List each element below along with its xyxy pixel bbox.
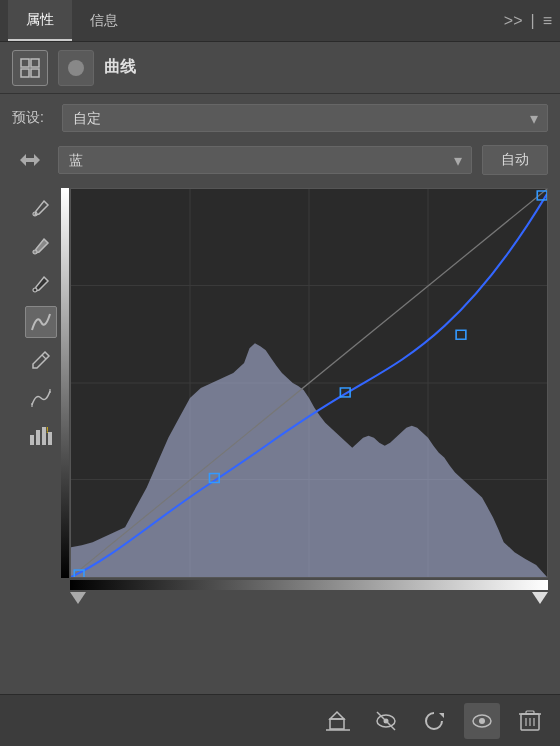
svg-rect-33 xyxy=(526,711,534,714)
black-point-slider[interactable] xyxy=(70,592,86,604)
grey-eyedropper-icon xyxy=(30,235,52,257)
svg-rect-12 xyxy=(36,430,40,445)
pencil-tool-icon xyxy=(30,349,52,371)
adjustment-header: 曲线 xyxy=(0,42,560,94)
white-eyedropper-btn[interactable] xyxy=(25,192,57,224)
svg-line-8 xyxy=(42,355,46,359)
preset-row: 预设: 自定 默认 彩色负片 反相 xyxy=(12,104,548,132)
eye-preview-button[interactable] xyxy=(464,703,500,739)
tab-properties[interactable]: 属性 xyxy=(8,0,72,41)
visibility-button[interactable] xyxy=(368,703,404,739)
tab-info[interactable]: 信息 xyxy=(72,0,136,41)
black-eyedropper-icon xyxy=(30,273,52,295)
curve-tool-btn[interactable] xyxy=(25,306,57,338)
svg-text:!: ! xyxy=(46,425,49,435)
svg-rect-0 xyxy=(21,59,29,67)
black-eyedropper-btn[interactable] xyxy=(25,268,57,300)
content-area: 预设: 自定 默认 彩色负片 反相 RGB 红 xyxy=(0,94,560,614)
preset-select-wrapper[interactable]: 自定 默认 彩色负片 反相 xyxy=(62,104,548,132)
svg-rect-2 xyxy=(21,69,29,77)
curves-svg xyxy=(71,189,547,577)
curve-tool-icon xyxy=(29,310,53,334)
clip-to-layer-button[interactable] xyxy=(320,703,356,739)
white-point-slider[interactable] xyxy=(532,592,548,604)
panel-title: 曲线 xyxy=(104,57,136,78)
preset-select[interactable]: 自定 默认 彩色负片 反相 xyxy=(62,104,548,132)
channel-select-wrapper[interactable]: RGB 红 绿 蓝 xyxy=(58,146,472,174)
gradient-bar-bottom xyxy=(70,580,548,590)
smooth-tool-btn[interactable] xyxy=(25,382,57,414)
menu-icon[interactable]: ≡ xyxy=(543,12,552,30)
svg-rect-1 xyxy=(31,59,39,67)
clip-to-layer-icon xyxy=(326,709,350,733)
warning-tool-btn[interactable]: ! xyxy=(25,420,57,452)
circle-icon-btn[interactable] xyxy=(58,50,94,86)
curves-graph[interactable] xyxy=(70,188,548,578)
svg-point-7 xyxy=(33,288,37,292)
reset-icon xyxy=(422,709,446,733)
visibility-icon xyxy=(374,709,398,733)
tab-bar: 属性 信息 >> | ≡ xyxy=(0,0,560,42)
eye-preview-icon xyxy=(470,709,494,733)
trash-icon xyxy=(519,709,541,733)
smooth-tool-icon xyxy=(30,387,52,409)
white-eyedropper-icon xyxy=(30,197,52,219)
svg-rect-11 xyxy=(30,435,34,445)
channel-select[interactable]: RGB 红 绿 蓝 xyxy=(58,146,472,174)
svg-point-6 xyxy=(33,250,37,254)
curves-container: ! xyxy=(12,188,548,604)
svg-rect-22 xyxy=(330,719,344,729)
svg-point-30 xyxy=(479,718,485,724)
reset-button[interactable] xyxy=(416,703,452,739)
expand-icon[interactable]: >> xyxy=(504,12,523,30)
svg-marker-23 xyxy=(330,712,344,719)
auto-button[interactable]: 自动 xyxy=(482,145,548,175)
curves-graph-area xyxy=(70,188,548,604)
grey-eyedropper-btn[interactable] xyxy=(25,230,57,262)
pencil-tool-btn[interactable] xyxy=(25,344,57,376)
svg-rect-3 xyxy=(31,69,39,77)
channel-row: RGB 红 绿 蓝 自动 xyxy=(12,142,548,178)
grid-icon-btn[interactable] xyxy=(12,50,48,86)
ctrl-point-3[interactable] xyxy=(456,330,466,339)
svg-marker-28 xyxy=(439,713,444,718)
circle-icon xyxy=(66,58,86,78)
preset-label: 预设: xyxy=(12,109,52,127)
gradient-bar-left xyxy=(61,188,69,578)
svg-rect-14 xyxy=(48,432,52,445)
tab-actions: >> | ≡ xyxy=(504,12,552,30)
divider: | xyxy=(531,12,535,30)
channel-icon-btn[interactable] xyxy=(12,142,48,178)
slider-row xyxy=(70,592,548,604)
svg-point-4 xyxy=(68,60,84,76)
channel-arrows-icon xyxy=(16,146,44,174)
grid-icon xyxy=(19,57,41,79)
bottom-toolbar xyxy=(0,694,560,746)
histogram-warning-icon: ! xyxy=(28,423,54,449)
delete-button[interactable] xyxy=(512,703,548,739)
